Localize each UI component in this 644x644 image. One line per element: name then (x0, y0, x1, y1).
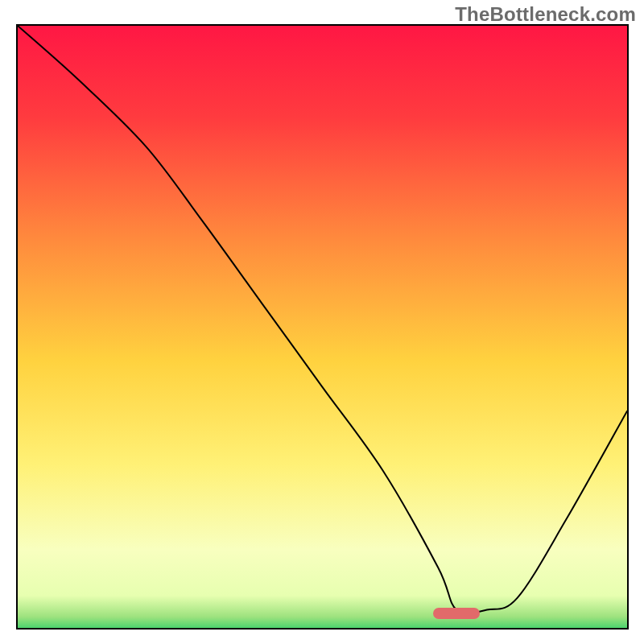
chart-panel (16, 24, 629, 630)
watermark-text: TheBottleneck.com (455, 3, 636, 26)
bottleneck-curve (18, 26, 627, 628)
root: TheBottleneck.com (0, 0, 644, 644)
optimal-zone-marker (433, 608, 480, 619)
